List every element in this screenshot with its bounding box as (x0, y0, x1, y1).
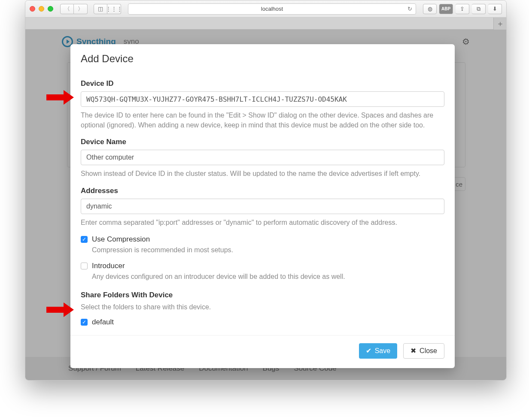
device-name-group: Device Name Shown instead of Device ID i… (81, 138, 444, 178)
forward-button[interactable]: 〉 (74, 4, 88, 14)
topsites-icon[interactable]: ⋮⋮⋮ (107, 4, 121, 14)
use-compression-desc: Compression is recommended in most setup… (92, 246, 444, 254)
annotation-arrow-device-id (46, 90, 76, 105)
browser-window: 〈 〉 ◫ ⋮⋮⋮ localhost ↻ ◍ ABP ⇪ ⧉ ⬇ ＋ Sync… (25, 0, 507, 381)
device-id-group: Device ID The device ID to enter here ca… (81, 79, 444, 130)
adblock-icon[interactable]: ABP (439, 4, 453, 14)
add-device-modal: Add Device Device ID The device ID to en… (70, 44, 455, 368)
browser-titlebar: 〈 〉 ◫ ⋮⋮⋮ localhost ↻ ◍ ABP ⇪ ⧉ ⬇ (25, 0, 506, 18)
device-name-input[interactable] (81, 150, 444, 165)
addresses-help: Enter comma separated "ip:port" addresse… (81, 218, 444, 227)
device-name-help: Shown instead of Device ID in the cluste… (81, 169, 444, 178)
device-id-input[interactable] (81, 91, 444, 107)
tabs-icon[interactable]: ⧉ (472, 4, 486, 14)
url-text: localhost (261, 6, 283, 12)
share-folders-label: Share Folders With Device (81, 291, 444, 299)
modal-body: Device ID The device ID to enter here ca… (70, 70, 455, 335)
device-id-help: The device ID to enter here can be found… (81, 110, 444, 130)
addresses-group: Addresses Enter comma separated "ip:port… (81, 187, 444, 227)
folder-default-row[interactable]: ✓ default (81, 318, 444, 326)
url-bar[interactable]: localhost ↻ (128, 3, 416, 15)
device-name-label: Device Name (81, 138, 444, 146)
back-button[interactable]: 〈 (60, 4, 74, 14)
save-button-label: Save (375, 347, 390, 355)
close-button[interactable]: ✖ Close (403, 343, 444, 359)
device-id-label: Device ID (81, 79, 444, 88)
view-controls: ◫ ⋮⋮⋮ (94, 4, 121, 14)
reload-icon[interactable]: ↻ (407, 6, 412, 12)
use-compression-checkbox[interactable]: ✓ (81, 236, 88, 243)
page-content: Syncthing syno ⚙ ce Support / Forum Late… (25, 30, 506, 380)
close-button-label: Close (420, 347, 437, 355)
check-icon: ✔ (366, 347, 371, 355)
introducer-label: Introducer (92, 262, 125, 270)
toolbar-right: ◍ ABP ⇪ ⧉ ⬇ (423, 4, 502, 14)
downloads-icon[interactable]: ⬇ (488, 4, 502, 14)
maximize-window-icon[interactable] (48, 6, 53, 12)
nav-back-forward: 〈 〉 (60, 4, 88, 14)
new-tab-button[interactable]: ＋ (493, 18, 506, 30)
use-compression-row[interactable]: ✓ Use Compression (81, 235, 444, 244)
minimize-window-icon[interactable] (39, 6, 44, 12)
addresses-label: Addresses (81, 187, 444, 195)
folder-default-label: default (92, 318, 114, 326)
save-button[interactable]: ✔ Save (359, 343, 397, 359)
onepass-icon[interactable]: ◍ (423, 4, 437, 14)
close-window-icon[interactable] (30, 6, 35, 12)
folder-default-checkbox[interactable]: ✓ (81, 319, 88, 326)
introducer-row[interactable]: Introducer (81, 262, 444, 270)
share-icon[interactable]: ⇪ (456, 4, 469, 14)
window-controls (30, 6, 53, 12)
tab-strip: ＋ (25, 18, 506, 30)
annotation-arrow-folder (46, 302, 76, 317)
close-icon: ✖ (410, 347, 416, 355)
modal-footer: ✔ Save ✖ Close (70, 335, 455, 368)
introducer-desc: Any devices configured on an introducer … (92, 273, 444, 281)
modal-title: Add Device (70, 44, 455, 70)
share-folders-desc: Select the folders to share with this de… (81, 302, 444, 312)
use-compression-label: Use Compression (92, 235, 150, 244)
addresses-input[interactable] (81, 199, 444, 214)
introducer-checkbox[interactable] (81, 263, 88, 269)
